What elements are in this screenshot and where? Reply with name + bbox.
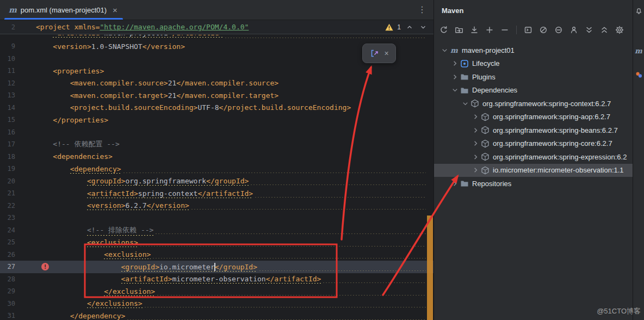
code-token: </exclusions> — [87, 299, 143, 307]
code-text: <maven.compiler.source>21</maven.compile… — [36, 79, 278, 87]
tab-close-icon[interactable]: × — [113, 5, 117, 15]
code-token: <project.build.sourceEncoding> — [70, 103, 198, 112]
code-text: </properties> — [36, 116, 108, 124]
collapse-all-icon[interactable] — [598, 23, 611, 36]
chevron-right-icon[interactable] — [470, 139, 480, 148]
add-icon[interactable] — [483, 23, 496, 36]
code-line-8[interactable]: 8 <artifactId>maven-project01</artifactI… — [0, 35, 434, 40]
code-line-18[interactable]: 18 <dependencies> — [0, 151, 434, 163]
code-text: <properties> — [36, 67, 104, 75]
code-line-17[interactable]: 17 <!-- 依赖配置 --> — [0, 138, 434, 151]
expand-all-icon[interactable] — [583, 23, 596, 36]
tree-item-lifecycle[interactable]: Lifecycle — [434, 57, 633, 71]
inspections-widget[interactable]: 1 — [385, 20, 428, 34]
code-token: </groupId> — [215, 263, 257, 271]
skip-tests-icon[interactable] — [552, 23, 565, 36]
maven-tool-icon[interactable]: m — [633, 45, 644, 57]
line-number: 15 — [0, 116, 15, 124]
tree-item-io-micrometer-micrometer-observation-1-1[interactable]: io.micrometer:micrometer-observation:1.1 — [434, 164, 633, 177]
code-token: </artifactId> — [197, 189, 253, 198]
chevron-right-icon[interactable] — [470, 126, 480, 134]
line-number: 29 — [0, 287, 15, 295]
code-line-12[interactable]: 12 <maven.compiler.source>21</maven.comp… — [0, 77, 434, 90]
chevron-right-icon[interactable] — [470, 113, 480, 121]
maven-tool-window: Maven mmaven-project01LifecyclePluginsDe… — [434, 0, 633, 320]
tree-item-org-springframework-spring-context-6-2-7[interactable]: org.springframework:spring-context:6.2.7 — [434, 97, 633, 110]
code-editor[interactable]: 8 <artifactId>maven-project01</artifactI… — [0, 35, 434, 320]
code-line-23[interactable]: 23 — [0, 212, 434, 224]
code-token: <artifactId> — [87, 189, 138, 198]
chevron-right-icon[interactable] — [450, 72, 460, 81]
tree-item-label: org.springframework:spring-beans:6.2.7 — [493, 126, 618, 134]
code-text: </dependency> — [36, 312, 125, 320]
chevron-right-icon[interactable] — [450, 59, 460, 68]
code-line-24[interactable]: 24 <!-- 排除依赖 --> — [0, 224, 434, 237]
editor-tab-pom-xml[interactable]: m pom.xml (maven-project01) × — [3, 0, 124, 20]
offline-mode-icon[interactable] — [537, 23, 550, 36]
execute-goal-icon[interactable] — [522, 23, 535, 36]
floating-widget[interactable]: × — [362, 44, 396, 63]
lib-icon — [480, 166, 490, 175]
tree-item-maven-project01[interactable]: mmaven-project01 — [434, 44, 633, 57]
tree-item-repositories[interactable]: Repositories — [434, 177, 633, 190]
code-line-26[interactable]: 26 <exclusion> — [0, 249, 434, 261]
tree-item-org-springframework-spring-core-6-2-7[interactable]: org.springframework:spring-core:6.2.7 — [434, 137, 633, 151]
code-line-29[interactable]: 29 </exclusion> — [0, 285, 434, 298]
code-line-31[interactable]: 31 </dependency> — [0, 310, 434, 320]
settings-icon[interactable] — [613, 23, 626, 36]
scrollbar-marker[interactable] — [427, 216, 433, 320]
code-line-14[interactable]: 14 <project.build.sourceEncoding>UTF-8</… — [0, 102, 434, 114]
code-line-19[interactable]: 19 <dependency> — [0, 163, 434, 175]
maven-panel-title: Maven — [434, 0, 633, 21]
line-number: 11 — [0, 67, 15, 75]
generate-sources-icon[interactable] — [453, 23, 466, 36]
code-token: 21 — [168, 79, 177, 87]
previous-problem-icon[interactable] — [405, 22, 414, 32]
code-line-28[interactable]: 28 <artifactId>micrometer-observation</a… — [0, 273, 434, 286]
code-line-27[interactable]: 27! <groupId>io.micrometer</groupId> — [0, 261, 434, 273]
profiles-icon[interactable] — [567, 23, 580, 36]
code-token: <project — [36, 23, 74, 31]
code-line-21[interactable]: 21 <artifactId>spring-context</artifactI… — [0, 187, 434, 200]
widget-close-icon[interactable]: × — [384, 50, 388, 57]
remove-icon[interactable] — [498, 23, 511, 36]
tree-item-org-springframework-spring-aop-6-2-7[interactable]: org.springframework:spring-aop:6.2.7 — [434, 110, 633, 124]
editor-scrollbar[interactable] — [426, 35, 434, 320]
chevron-right-icon[interactable] — [470, 166, 480, 175]
tree-item-org-springframework-spring-expression-6-2[interactable]: org.springframework:spring-expression:6.… — [434, 150, 633, 164]
tree-item-plugins[interactable]: Plugins — [434, 70, 633, 84]
chevron-right-icon[interactable] — [450, 179, 460, 188]
chevron-down-icon[interactable] — [460, 99, 470, 108]
plugin-icon[interactable] — [633, 69, 644, 81]
ai-widget-icon[interactable] — [369, 48, 379, 58]
chevron-down-icon[interactable] — [439, 46, 449, 54]
sync-icon[interactable] — [437, 23, 450, 36]
code-line-15[interactable]: 15 </properties> — [0, 114, 434, 126]
code-text: <version>6.2.7</version> — [36, 201, 189, 210]
code-line-20[interactable]: 20 <groupId>org.springframework</groupId… — [0, 175, 434, 188]
error-icon[interactable]: ! — [41, 263, 49, 270]
tab-options-icon[interactable]: ⋮ — [418, 4, 427, 15]
chevron-right-icon[interactable] — [470, 152, 480, 161]
code-line-13[interactable]: 13 <maven.compiler.target>21</maven.comp… — [0, 89, 434, 102]
line-number: 22 — [0, 202, 15, 210]
tree-item-org-springframework-spring-beans-6-2-7[interactable]: org.springframework:spring-beans:6.2.7 — [434, 124, 633, 137]
code-token: <version> — [87, 201, 125, 210]
code-token: <exclusion> — [104, 250, 151, 259]
code-line-30[interactable]: 30 </exclusions> — [0, 298, 434, 310]
tree-item-dependencies[interactable]: Dependencies — [434, 84, 633, 97]
lib-icon — [480, 113, 490, 121]
code-line-25[interactable]: 25 <exclusions> — [0, 236, 434, 249]
line-number: 17 — [0, 140, 15, 148]
chevron-down-icon[interactable] — [450, 86, 460, 95]
sticky-line[interactable]: 2 <project xmlns="http://maven.apache.or… — [0, 20, 434, 34]
download-sources-icon[interactable] — [468, 23, 481, 36]
next-problem-icon[interactable] — [418, 22, 428, 32]
notifications-icon[interactable] — [633, 4, 644, 16]
code-line-11[interactable]: 11 <properties> — [0, 65, 434, 77]
code-line-22[interactable]: 22 <version>6.2.7</version> — [0, 200, 434, 212]
line-number: 27 — [0, 263, 15, 270]
sticky-code: <project xmlns="http://maven.apache.org/… — [36, 23, 249, 31]
code-line-16[interactable]: 16 — [0, 126, 434, 139]
code-token: <version> — [53, 42, 91, 51]
